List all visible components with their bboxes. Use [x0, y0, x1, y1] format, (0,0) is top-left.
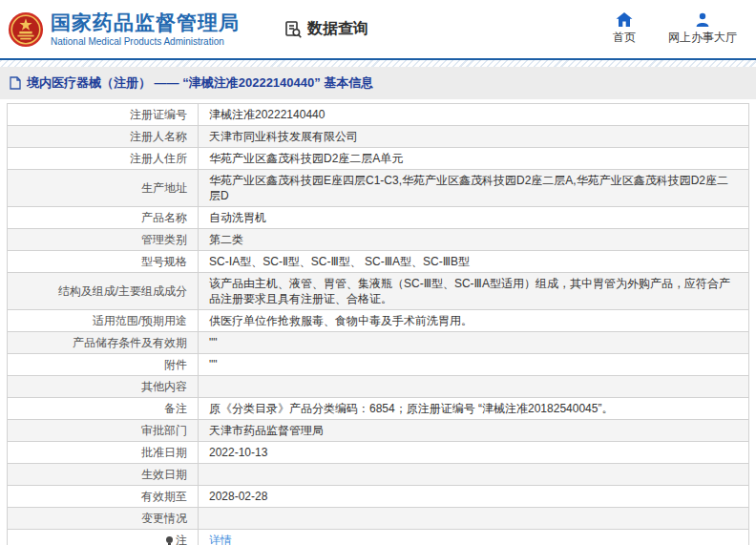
table-row: 型号规格SC-ⅠA型、SC-Ⅱ型、SC-Ⅲ型、 SC-ⅢA型、SC-ⅢB型	[8, 251, 749, 273]
row-value	[199, 464, 749, 486]
table-row: 适用范围/预期用途供医疗单位作抢救服毒、食物中毒及手术前洗胃用。	[8, 310, 749, 332]
decorative-stripe-band	[0, 60, 756, 67]
row-label: 生效日期	[8, 464, 199, 486]
row-label: 变更情况	[8, 508, 199, 530]
table-row: 管理类别第二类	[8, 229, 749, 251]
agency-name-cn: 国家药品监督管理局	[51, 11, 240, 33]
row-value: 2022-10-13	[199, 442, 749, 464]
row-label: 有效期至	[8, 486, 199, 508]
row-value: 该产品由主机、液管、胃管、集液瓶（SC-Ⅲ型、SC-ⅢA型适用）组成，其中胃管为…	[199, 273, 749, 310]
nav-service-hall-label: 网上办事大厅	[668, 30, 737, 46]
row-value	[199, 508, 749, 530]
row-value: 详情	[199, 530, 749, 545]
breadcrumb: 境内医疗器械（注册） —— “津械注准20222140440” 基本信息	[0, 67, 756, 99]
details-link[interactable]: 详情	[209, 534, 232, 545]
row-value: ""	[199, 354, 749, 376]
row-label: 备注	[8, 398, 199, 420]
table-row: 有效期至2028-02-28	[8, 486, 749, 508]
row-label: 注	[8, 530, 199, 545]
row-label: 审批部门	[8, 420, 199, 442]
data-query-label: 数据查询	[307, 19, 368, 39]
row-value: 津械注准20222140440	[199, 104, 749, 126]
row-label: 附件	[8, 354, 199, 376]
row-value: 天津市同业科技发展有限公司	[199, 126, 749, 148]
row-label: 其他内容	[8, 376, 199, 398]
page-icon	[10, 76, 21, 90]
header-nav: 首页 网上办事大厅	[613, 12, 741, 46]
table-row: 注册人名称天津市同业科技发展有限公司	[8, 126, 749, 148]
table-row: 附件""	[8, 354, 749, 376]
registration-detail-table: 注册证编号津械注准20222140440注册人名称天津市同业科技发展有限公司注册…	[7, 103, 749, 545]
table-row: 注册证编号津械注准20222140440	[8, 104, 749, 126]
row-value: 华苑产业区鑫茂科技园E座四层C1-C3,华苑产业区鑫茂科技园D2座二层A,华苑产…	[199, 170, 749, 207]
row-value	[199, 376, 749, 398]
table-row: 产品储存条件及有效期""	[8, 332, 749, 354]
agency-name-en: National Medical Products Administration	[51, 36, 240, 47]
row-value: 第二类	[199, 229, 749, 251]
data-query-button[interactable]: 数据查询	[284, 19, 368, 39]
row-label: 产品名称	[8, 207, 199, 229]
breadcrumb-text: 境内医疗器械（注册） —— “津械注准20222140440” 基本信息	[27, 74, 373, 92]
row-value: 2028-02-28	[199, 486, 749, 508]
row-value: 自动洗胃机	[199, 207, 749, 229]
person-icon	[695, 12, 710, 27]
table-row: 变更情况	[8, 508, 749, 530]
national-emblem-logo	[8, 11, 44, 48]
table-row: 备注原《分类目录》产品分类编码：6854；原注册证编号 “津械注准2018254…	[8, 398, 749, 420]
row-label: 注册人住所	[8, 148, 199, 170]
row-label: 适用范围/预期用途	[8, 310, 199, 332]
table-row: 生产地址华苑产业区鑫茂科技园E座四层C1-C3,华苑产业区鑫茂科技园D2座二层A…	[8, 170, 749, 207]
row-value: 天津市药品监督管理局	[199, 420, 749, 442]
row-label: 注册证编号	[8, 104, 199, 126]
table-row: 结构及组成/主要组成成分该产品由主机、液管、胃管、集液瓶（SC-Ⅲ型、SC-ⅢA…	[8, 273, 749, 310]
row-label: 型号规格	[8, 251, 199, 273]
table-row: 注册人住所华苑产业区鑫茂科技园D2座二层A单元	[8, 148, 749, 170]
table-row: 审批部门天津市药品监督管理局	[8, 420, 749, 442]
table-row: 批准日期2022-10-13	[8, 442, 749, 464]
bulb-icon	[166, 536, 173, 543]
document-search-icon	[284, 20, 303, 39]
detail-table-body: 注册证编号津械注准20222140440注册人名称天津市同业科技发展有限公司注册…	[8, 104, 749, 545]
row-value: SC-ⅠA型、SC-Ⅱ型、SC-Ⅲ型、 SC-ⅢA型、SC-ⅢB型	[199, 251, 749, 273]
table-row: 注详情	[8, 530, 749, 545]
row-value: ""	[199, 332, 749, 354]
nav-item-online-service-hall[interactable]: 网上办事大厅	[668, 12, 737, 46]
nav-item-home[interactable]: 首页	[613, 12, 636, 46]
row-value: 原《分类目录》产品分类编码：6854；原注册证编号 “津械注准201825400…	[199, 398, 749, 420]
agency-title-block: 国家药品监督管理局 National Medical Products Admi…	[51, 11, 240, 46]
row-label: 生产地址	[8, 170, 199, 207]
row-label: 管理类别	[8, 229, 199, 251]
nav-home-label: 首页	[613, 30, 636, 46]
page-header: 国家药品监督管理局 National Medical Products Admi…	[0, 0, 756, 60]
main-content: 注册证编号津械注准20222140440注册人名称天津市同业科技发展有限公司注册…	[0, 99, 756, 545]
row-label: 批准日期	[8, 442, 199, 464]
row-label: 注册人名称	[8, 126, 199, 148]
row-value: 供医疗单位作抢救服毒、食物中毒及手术前洗胃用。	[199, 310, 749, 332]
row-label: 结构及组成/主要组成成分	[8, 273, 199, 310]
home-icon	[616, 12, 633, 27]
table-row: 生效日期	[8, 464, 749, 486]
table-row: 其他内容	[8, 376, 749, 398]
row-label: 产品储存条件及有效期	[8, 332, 199, 354]
table-row: 产品名称自动洗胃机	[8, 207, 749, 229]
row-value: 华苑产业区鑫茂科技园D2座二层A单元	[199, 148, 749, 170]
